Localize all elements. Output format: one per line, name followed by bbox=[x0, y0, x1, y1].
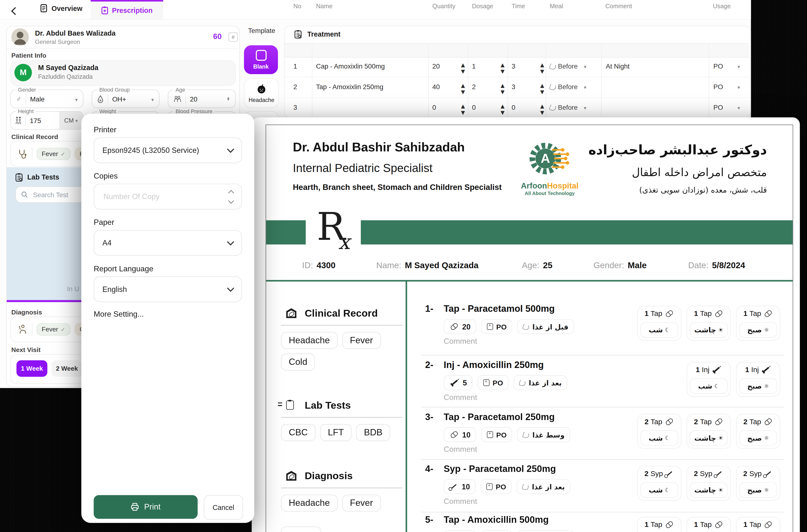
stepper-arrows[interactable] bbox=[539, 84, 545, 94]
row-name[interactable]: Tap - Amoxixlin 250mg bbox=[316, 83, 383, 91]
template-headache-label: Headache bbox=[249, 96, 274, 102]
stepper-arrows[interactable] bbox=[539, 63, 545, 73]
rx-med-qty-tag: 20 bbox=[444, 319, 476, 334]
headache-face-icon bbox=[256, 83, 267, 94]
report-language-select[interactable]: English bbox=[94, 277, 242, 302]
tab-prescription[interactable]: Prescription bbox=[91, 0, 163, 19]
height-label: Height bbox=[16, 108, 36, 114]
section-icon bbox=[286, 400, 294, 410]
chevron-down-icon bbox=[737, 103, 740, 111]
rx-med-number: 3- bbox=[425, 412, 434, 423]
row-time[interactable]: 0 bbox=[512, 103, 515, 111]
stepper-arrows[interactable] bbox=[227, 97, 230, 101]
stepper-arrows[interactable] bbox=[229, 191, 233, 203]
row-comment[interactable]: At Night bbox=[606, 62, 630, 70]
unit-icon bbox=[714, 309, 723, 318]
row-name[interactable]: Cap - Amoxixlin 500mg bbox=[316, 62, 385, 70]
print-button-label: Print bbox=[144, 502, 161, 512]
copies-input[interactable] bbox=[102, 192, 207, 201]
chevron-down-icon bbox=[75, 117, 78, 124]
rx-med-number: 2- bbox=[425, 360, 434, 370]
gender-select[interactable]: Gender ♂ Male bbox=[10, 90, 83, 108]
time-icon: ☀ bbox=[718, 487, 723, 493]
tab-overview[interactable]: Overview bbox=[40, 4, 82, 12]
person-icon bbox=[16, 116, 21, 125]
row-time[interactable]: 3 bbox=[512, 62, 515, 70]
hash-icon[interactable]: # bbox=[228, 33, 238, 42]
stepper-arrows[interactable] bbox=[460, 84, 466, 94]
row-usage-select[interactable]: PO bbox=[713, 103, 740, 111]
rx-section-title: Diagnosis bbox=[305, 470, 353, 482]
template-headache-button[interactable]: Headache bbox=[244, 78, 279, 108]
time-icon: ☾ bbox=[714, 383, 719, 390]
copies-input-box[interactable] bbox=[94, 184, 242, 209]
age-label: Age bbox=[173, 87, 187, 93]
people-icon bbox=[173, 95, 181, 103]
paper-select[interactable]: A4 bbox=[94, 230, 242, 256]
printer-select[interactable]: Epson9245 (L32050 Service) bbox=[94, 137, 242, 163]
diagnosis-chip[interactable]: Fever✓ bbox=[37, 323, 71, 336]
height-input[interactable]: Height 175 CM bbox=[10, 111, 83, 130]
row-meal-value: Before bbox=[558, 83, 578, 91]
rx-med-meal-tag: وسط غذا bbox=[518, 427, 570, 442]
rx-dose-card: 2Syp چاشت☀ bbox=[687, 466, 731, 501]
printer-value: Epson9245 (L32050 Service) bbox=[102, 146, 199, 154]
stepper-arrows[interactable] bbox=[460, 104, 466, 115]
chevron-down-icon bbox=[75, 94, 78, 103]
rx-dose-time: صبح bbox=[747, 434, 762, 442]
stepper-arrows[interactable] bbox=[539, 104, 545, 115]
chevron-left-icon bbox=[11, 7, 19, 15]
lab-clipboard-icon bbox=[16, 173, 23, 182]
chevron-down-icon bbox=[737, 83, 740, 91]
row-dosage[interactable]: 1 bbox=[472, 62, 476, 70]
prescription-clipboard-icon bbox=[101, 6, 108, 14]
next-visit-2week[interactable]: 2 Week bbox=[51, 360, 82, 377]
blood-group-select[interactable]: Blood Group OH+ bbox=[92, 90, 159, 108]
print-button[interactable]: Print bbox=[94, 495, 198, 519]
rx-med-route-tag: PO bbox=[481, 530, 513, 532]
time-icon: ☼ bbox=[764, 435, 769, 441]
check-icon: ✓ bbox=[61, 151, 65, 157]
next-visit-1week[interactable]: 1 Week bbox=[17, 360, 47, 377]
stepper-arrows[interactable] bbox=[499, 63, 506, 73]
stepper-arrows[interactable] bbox=[460, 63, 466, 73]
row-time[interactable]: 3 bbox=[512, 83, 515, 91]
template-blank-button[interactable]: Blank bbox=[244, 45, 278, 74]
unit-icon bbox=[450, 431, 459, 439]
chevron-down-icon bbox=[151, 94, 154, 103]
lab-tests-header: Lab Tests bbox=[16, 173, 59, 182]
row-quantity[interactable]: 20 bbox=[433, 62, 440, 70]
unit-icon bbox=[763, 367, 769, 372]
row-meal-select[interactable]: Before bbox=[550, 83, 587, 91]
document-icon bbox=[40, 4, 47, 12]
rx-med-comment: Comment bbox=[444, 497, 477, 505]
chip-label: Fever bbox=[42, 150, 58, 157]
row-quantity[interactable]: 0 bbox=[433, 103, 436, 111]
row-meal-select[interactable]: Before bbox=[550, 62, 587, 70]
row-meal-select[interactable]: Before bbox=[550, 103, 587, 111]
row-dosage[interactable]: 2 bbox=[472, 83, 476, 91]
col-usage: Usage bbox=[713, 3, 731, 10]
row-usage-select[interactable]: PO bbox=[713, 83, 740, 91]
treatment-title: Treatment bbox=[307, 30, 340, 38]
clinical-record-chip[interactable]: Fever✓ bbox=[37, 148, 71, 160]
rx-section-chip: Headache bbox=[281, 332, 338, 349]
row-quantity[interactable]: 40 bbox=[433, 83, 440, 91]
age-stepper[interactable]: Age 20 bbox=[168, 90, 236, 108]
row-usage-select[interactable]: PO bbox=[713, 62, 740, 70]
stepper-arrows[interactable] bbox=[499, 84, 506, 94]
row-meal-value: Before bbox=[558, 62, 578, 70]
height-unit-select[interactable]: CM bbox=[59, 112, 83, 129]
report-language-label: Report Language bbox=[94, 264, 153, 273]
stepper-arrows[interactable] bbox=[499, 104, 506, 115]
rx-section-chip: BDB bbox=[356, 424, 390, 441]
more-settings-link[interactable]: More Setting... bbox=[94, 309, 144, 318]
col-time: Time bbox=[512, 3, 525, 10]
row-dosage[interactable]: 0 bbox=[472, 103, 476, 111]
treatment-row: 2 Tap - Amoxixlin 250mg 40 2 3 Before bbox=[285, 77, 749, 98]
next-visit-option-label: 2 Week bbox=[56, 365, 78, 372]
rx-partial-chip bbox=[281, 527, 321, 532]
back-button[interactable] bbox=[12, 7, 18, 16]
cancel-button[interactable]: Cancel bbox=[204, 495, 243, 520]
time-icon: ☼ bbox=[764, 383, 769, 390]
